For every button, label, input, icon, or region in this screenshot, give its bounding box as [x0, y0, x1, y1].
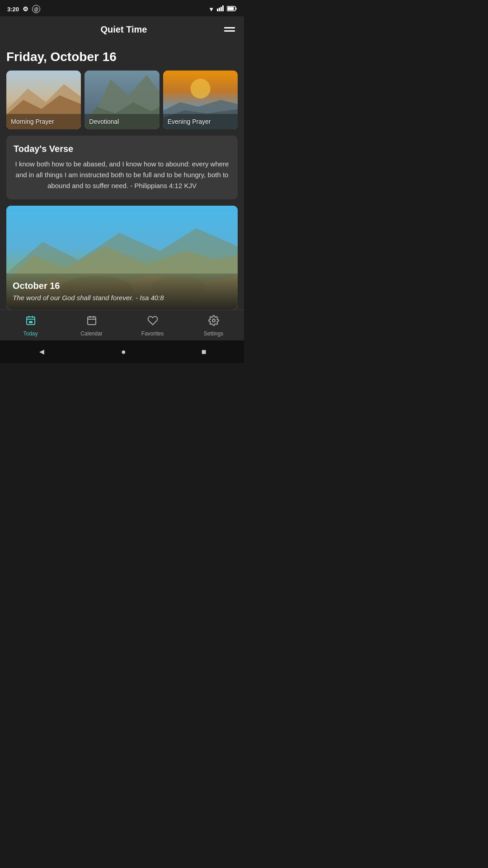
evening-prayer-label: Evening Prayer [168, 118, 211, 125]
settings-nav-icon [208, 315, 219, 329]
evening-prayer-label-wrap: Evening Prayer [163, 114, 238, 129]
date-header: Friday, October 16 [6, 50, 238, 64]
verse-card[interactable]: Today's Verse I know both how to be abas… [6, 136, 238, 199]
verse-text: I know both how to be abased, and I know… [14, 159, 230, 191]
recent-button[interactable]: ■ [202, 347, 206, 357]
feature-quote: The word of our God shall stand forever.… [13, 294, 231, 302]
svg-rect-1 [219, 8, 220, 11]
time-display: 3:20 [7, 6, 19, 13]
nav-calendar[interactable]: Calendar [61, 315, 122, 337]
devotional-card[interactable]: Devotional [84, 71, 159, 129]
today-label: Today [23, 330, 38, 337]
svg-point-32 [212, 319, 215, 322]
battery-icon [227, 5, 237, 13]
verse-title: Today's Verse [14, 144, 230, 154]
nav-settings[interactable]: Settings [183, 315, 244, 337]
calendar-label: Calendar [80, 330, 103, 337]
nav-favorites[interactable]: Favorites [122, 315, 183, 337]
svg-rect-3 [222, 5, 224, 11]
wifi-icon: ▼ [208, 6, 214, 13]
status-left: 3:20 ⚙ @ [7, 5, 40, 13]
settings-status-icon: ⚙ [23, 5, 28, 13]
devotional-label-wrap: Devotional [84, 114, 159, 129]
svg-rect-28 [88, 317, 96, 325]
nav-today[interactable]: Today [0, 315, 61, 337]
android-nav: ◄ ● ■ [0, 340, 244, 363]
svg-rect-0 [217, 9, 218, 11]
signal-icon [217, 5, 224, 13]
morning-prayer-card[interactable]: Morning Prayer [6, 71, 81, 129]
today-icon [25, 315, 36, 329]
app-header: Quiet Time [0, 16, 244, 42]
menu-button[interactable] [224, 27, 235, 32]
app-title: Quiet Time [23, 24, 224, 35]
favorites-label: Favorites [141, 330, 164, 337]
svg-point-14 [190, 79, 210, 99]
svg-rect-23 [27, 317, 35, 325]
at-status-icon: @ [32, 5, 40, 13]
feature-date: October 16 [13, 281, 231, 291]
evening-prayer-card[interactable]: Evening Prayer [163, 71, 238, 129]
favorites-icon [147, 315, 158, 329]
feature-overlay: October 16 The word of our God shall sta… [6, 274, 238, 310]
status-right: ▼ [208, 5, 237, 13]
status-bar: 3:20 ⚙ @ ▼ [0, 0, 244, 16]
svg-rect-27 [29, 321, 33, 323]
home-button[interactable]: ● [121, 347, 126, 357]
settings-nav-label: Settings [204, 330, 223, 337]
morning-prayer-label: Morning Prayer [11, 118, 54, 125]
back-button[interactable]: ◄ [38, 347, 46, 357]
feature-card[interactable]: October 16 The word of our God shall sta… [6, 206, 238, 310]
svg-rect-2 [221, 7, 222, 11]
prayer-cards-row: Morning Prayer Devotiona [6, 71, 238, 129]
main-content: Friday, October 16 [0, 42, 244, 310]
calendar-icon [86, 315, 97, 329]
morning-prayer-label-wrap: Morning Prayer [6, 114, 81, 129]
devotional-label: Devotional [89, 118, 119, 125]
svg-rect-5 [236, 8, 237, 10]
bottom-nav: Today Calendar Favorites Setting [0, 310, 244, 340]
svg-rect-6 [228, 7, 234, 10]
